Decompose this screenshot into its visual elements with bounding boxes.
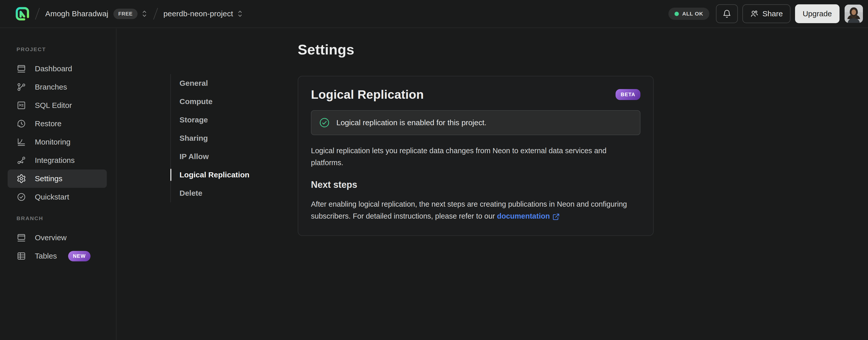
next-steps-text: After enabling logical replication, the … bbox=[311, 198, 634, 222]
next-steps-title: Next steps bbox=[311, 179, 641, 190]
sidebar-item-monitoring[interactable]: Monitoring bbox=[8, 133, 107, 151]
next-steps-text-body: After enabling logical replication, the … bbox=[311, 200, 627, 220]
sidebar-item-label: Monitoring bbox=[35, 138, 70, 146]
notifications-button[interactable] bbox=[716, 4, 738, 23]
external-link-icon bbox=[552, 213, 560, 221]
card-title: Logical Replication bbox=[311, 88, 424, 102]
plan-badge: FREE bbox=[114, 9, 137, 19]
sidebar-item-label: Branches bbox=[35, 83, 67, 91]
sidebar-item-label: Integrations bbox=[35, 156, 75, 165]
check-circle-icon bbox=[17, 192, 26, 202]
sidebar-item-branches[interactable]: Branches bbox=[8, 78, 107, 96]
sidebar-item-tables[interactable]: Tables NEW bbox=[8, 247, 107, 265]
subnav-item-general[interactable]: General bbox=[171, 74, 280, 92]
share-label: Share bbox=[763, 9, 783, 18]
share-button[interactable]: Share bbox=[742, 4, 790, 23]
sidebar-item-dashboard[interactable]: Dashboard bbox=[8, 60, 107, 78]
status-pill[interactable]: ALL OK bbox=[669, 8, 709, 20]
sidebar-item-quickstart[interactable]: Quickstart bbox=[8, 188, 107, 206]
subnav-item-sharing[interactable]: Sharing bbox=[171, 129, 280, 147]
sidebar-item-label: Overview bbox=[35, 233, 67, 242]
status-ok-dot-icon bbox=[675, 12, 679, 16]
sidebar-item-label: Settings bbox=[35, 174, 62, 183]
documentation-link[interactable]: documentation bbox=[497, 210, 560, 222]
breadcrumb-org[interactable]: Amogh Bharadwaj bbox=[45, 9, 108, 18]
project-switcher-chevron-icon[interactable] bbox=[237, 10, 243, 18]
users-icon bbox=[750, 9, 759, 18]
sidebar-section-project: PROJECT bbox=[17, 46, 116, 52]
topbar-actions: ALL OK Share Upgrade bbox=[669, 4, 863, 23]
logical-replication-card: Logical Replication BETA Logical replica… bbox=[298, 76, 654, 236]
upgrade-button[interactable]: Upgrade bbox=[795, 4, 839, 23]
sidebar-item-settings[interactable]: Settings bbox=[8, 169, 107, 188]
avatar[interactable] bbox=[845, 5, 863, 23]
chart-line-icon bbox=[17, 137, 26, 147]
bell-icon bbox=[722, 9, 732, 18]
banner-text: Logical replication is enabled for this … bbox=[336, 118, 486, 127]
page-title: Settings bbox=[298, 41, 354, 58]
sidebar-item-restore[interactable]: Restore bbox=[8, 115, 107, 133]
description-text: Logical replication lets you replicate d… bbox=[311, 145, 634, 169]
check-circle-icon bbox=[319, 117, 330, 128]
terminal-square-icon bbox=[17, 101, 26, 110]
subnav-item-compute[interactable]: Compute bbox=[171, 92, 280, 111]
subnav-item-storage[interactable]: Storage bbox=[171, 111, 280, 129]
breadcrumb-project[interactable]: peerdb-neon-project bbox=[163, 9, 233, 18]
documentation-link-label: documentation bbox=[497, 210, 550, 222]
breadcrumb-separator bbox=[35, 8, 40, 20]
settings-subnav: General Compute Storage Sharing IP Allow… bbox=[170, 74, 280, 202]
gear-icon bbox=[17, 174, 26, 183]
topbar: Amogh Bharadwaj FREE peerdb-neon-project… bbox=[0, 0, 868, 28]
org-switcher-chevron-icon[interactable] bbox=[141, 10, 148, 18]
sidebar-item-label: Dashboard bbox=[35, 64, 72, 73]
beta-badge: BETA bbox=[616, 89, 641, 100]
workflow-icon bbox=[17, 155, 26, 165]
dashboard-icon bbox=[17, 64, 26, 74]
table-icon bbox=[17, 251, 26, 261]
sidebar-section-branch: BRANCH bbox=[17, 215, 116, 221]
neon-logo-icon[interactable] bbox=[15, 7, 30, 21]
status-label: ALL OK bbox=[682, 11, 703, 17]
success-banner: Logical replication is enabled for this … bbox=[311, 110, 641, 135]
sidebar-item-label: Restore bbox=[35, 119, 62, 128]
sidebar-item-integrations[interactable]: Integrations bbox=[8, 151, 107, 169]
git-branch-icon bbox=[17, 82, 26, 92]
new-badge: NEW bbox=[68, 251, 91, 261]
subnav-item-logical-replication[interactable]: Logical Replication bbox=[171, 166, 280, 184]
subnav-item-ip-allow[interactable]: IP Allow bbox=[171, 147, 280, 166]
subnav-item-delete[interactable]: Delete bbox=[171, 184, 280, 202]
sidebar-item-overview[interactable]: Overview bbox=[8, 229, 107, 247]
sidebar: PROJECT Dashboard Branches SQL Editor bbox=[0, 29, 117, 340]
sidebar-item-label: Tables bbox=[35, 252, 57, 260]
sidebar-item-label: Quickstart bbox=[35, 193, 69, 201]
sidebar-item-sql-editor[interactable]: SQL Editor bbox=[8, 96, 107, 115]
sidebar-item-label: SQL Editor bbox=[35, 101, 72, 110]
window-icon bbox=[17, 233, 26, 243]
history-clock-icon bbox=[17, 119, 26, 129]
breadcrumb-separator bbox=[153, 8, 158, 20]
